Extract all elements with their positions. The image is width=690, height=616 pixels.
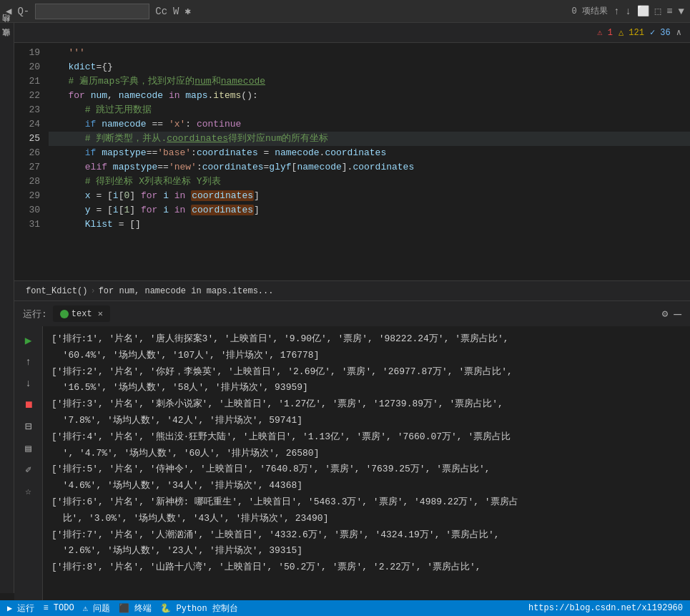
- run-up-btn[interactable]: ↑: [20, 353, 37, 371]
- line-num-23: 23: [14, 103, 40, 117]
- run-edit-btn[interactable]: ✐: [20, 461, 37, 478]
- run-play-btn[interactable]: ▶: [20, 332, 37, 349]
- run-controls: ▶ ↑ ↓ ⏹ ⊟ ▤ ✐ ☆: [14, 326, 43, 600]
- run-panel: 运行: text ✕ ⚙ — ▶ ↑ ↓ ⏹ ⊟ ▤ ✐ ☆: [14, 300, 690, 600]
- expand-warnings-btn[interactable]: ∧: [676, 27, 681, 38]
- info-count: ✓ 36: [650, 27, 671, 38]
- output-line-12: 比', '3.0%', '场均人数', '43人', '排片场次', 23490…: [51, 512, 681, 527]
- editor-and-run: ⚠ 1 △ 121 ✓ 36 ∧ 19 20 21 22 23 24 25 26…: [14, 23, 690, 600]
- output-line-14: '2.6%', '场均人数', '23人', '排片场次', 39315]: [51, 544, 681, 559]
- output-line-10: '4.6%', '场均人数', '34人', '排片场次', 44368]: [51, 479, 681, 494]
- run-tab-text[interactable]: text ✕: [53, 305, 110, 322]
- line-num-30: 30: [14, 203, 40, 217]
- nav-up-icon[interactable]: ↑: [613, 6, 619, 17]
- code-line-25: # 判断类型，并从.coordinates得到对应num的所有坐标: [49, 132, 690, 146]
- code-line-30: y = [i[1] for i in coordinates]: [49, 203, 690, 217]
- run-minimize-btn[interactable]: —: [674, 308, 681, 321]
- run-header: 运行: text ✕ ⚙ —: [14, 300, 690, 326]
- status-todo-btn[interactable]: ≡ TODO: [43, 603, 74, 613]
- run-rerun-btn[interactable]: ⊟: [20, 418, 37, 435]
- output-line-13: ['排行:7', '片名', '人潮汹涌', '上映首日', '4332.6万'…: [51, 528, 681, 543]
- status-terminal-btn[interactable]: ⬛ 终端: [119, 602, 152, 615]
- output-line-7: ['排行:4', '片名', '熊出没·狂野大陆', '上映首日', '1.13…: [51, 430, 681, 445]
- breadcrumb-func[interactable]: font_Kdict(): [26, 286, 87, 296]
- tab-python-icon: [60, 310, 69, 318]
- output-line-5: ['排行:3', '片名', '刺杀小说家', '上映首日', '1.27亿',…: [51, 397, 681, 412]
- line-num-25: 25: [14, 132, 40, 146]
- run-label: 运行:: [23, 308, 47, 321]
- code-lines[interactable]: ''' kdict={} # 遍历maps字典，找到对应的num和namecod…: [49, 43, 690, 280]
- output-line-6: '7.8%', '场均人数', '42人', '排片场次', 59741]: [51, 414, 681, 429]
- line-num-19: 19: [14, 46, 40, 60]
- status-python-console-btn[interactable]: 🐍 Python 控制台: [160, 602, 238, 615]
- run-tab-close-btn[interactable]: ✕: [98, 308, 103, 319]
- line-num-28: 28: [14, 175, 40, 189]
- run-down-btn[interactable]: ↓: [20, 375, 37, 392]
- code-line-22: for num, namecode in maps.items():: [49, 89, 690, 103]
- output-line-8: ', '4.7%', '场均人数', '60人', '排片场次', 26580]: [51, 446, 681, 461]
- line-num-21: 21: [14, 74, 40, 89]
- line-num-29: 29: [14, 189, 40, 203]
- breadcrumb-sep: ›: [90, 286, 95, 296]
- line-num-31: 31: [14, 217, 40, 232]
- results-count: 0 项结果: [572, 5, 608, 17]
- status-run-btn[interactable]: ▶ 运行: [7, 602, 34, 615]
- main-container: 结构 收藏 ⚠ 1 △ 121 ✓ 36 ∧ 19 20 21 22 23: [0, 23, 690, 600]
- status-url: https://blog.csdn.net/xl192960: [528, 603, 683, 613]
- regex-icon[interactable]: ✱: [184, 5, 190, 17]
- code-editor: ⚠ 1 △ 121 ✓ 36 ∧ 19 20 21 22 23 24 25 26…: [14, 23, 690, 280]
- line-num-24: 24: [14, 117, 40, 132]
- line-numbers: 19 20 21 22 23 24 25 26 27 28 29 30 31: [14, 43, 49, 280]
- line-num-20: 20: [14, 60, 40, 74]
- code-line-31: Klist = []: [49, 217, 690, 232]
- sort-icon[interactable]: ≡: [666, 6, 672, 17]
- code-line-26: if mapstype=='base':coordinates = nameco…: [49, 146, 690, 160]
- output-line-4: '16.5%', '场均人数', '58人', '排片场次', 93959]: [51, 381, 681, 396]
- status-problems-btn[interactable]: ⚠ 问题: [83, 602, 110, 615]
- line-num-27: 27: [14, 160, 40, 175]
- search-input[interactable]: [35, 4, 149, 19]
- output-line-11: ['排行:6', '片名', '新神榜: 哪吒重生', '上映首日', '546…: [51, 495, 681, 510]
- output-line-1: ['排行:1', '片名', '唐人街探案3', '上映首日', '9.90亿'…: [51, 332, 681, 347]
- error-count: ⚠ 1: [597, 27, 613, 38]
- run-stop-btn[interactable]: ⏹: [20, 396, 37, 414]
- left-sidebar: 结构 收藏: [0, 23, 14, 593]
- output-line-2: '60.4%', '场均人数', '107人', '排片场次', 176778]: [51, 348, 681, 363]
- breadcrumb-item[interactable]: for num, namecode in maps.items...: [99, 286, 274, 296]
- run-tab-name: text: [72, 309, 92, 319]
- code-warnings: ⚠ 1 △ 121 ✓ 36 ∧: [597, 27, 681, 38]
- run-output[interactable]: ['排行:1', '片名', '唐人街探案3', '上映首日', '9.90亿'…: [43, 326, 690, 600]
- output-line-9: ['排行:5', '片名', '侍神令', '上映首日', '7640.8万',…: [51, 462, 681, 477]
- code-line-23: # 跳过无用数据: [49, 103, 690, 117]
- case-sensitive-icon[interactable]: Cc: [155, 6, 167, 17]
- output-line-3: ['排行:2', '片名', '你好，李焕英', '上映首日', '2.69亿'…: [51, 365, 681, 380]
- run-settings-icon[interactable]: ⚙: [662, 308, 668, 320]
- code-header: ⚠ 1 △ 121 ✓ 36 ∧: [14, 23, 690, 43]
- output-line-15: ['排行:8', '片名', '山路十八湾', '上映首日', '50.2万',…: [51, 560, 681, 575]
- top-toolbar: ◀ Q- Cc W ✱ 0 项结果 ↑ ↓ ⬜ ⬚ ≡ ▼: [0, 0, 690, 23]
- code-line-21: # 遍历maps字典，找到对应的num和namecode: [49, 74, 690, 89]
- code-line-29: x = [i[0] for i in coordinates]: [49, 189, 690, 203]
- code-line-19: ''': [49, 46, 690, 60]
- code-line-28: # 得到坐标 X列表和坐标 Y列表: [49, 175, 690, 189]
- expand-icon[interactable]: ⬜: [637, 5, 649, 17]
- run-body: ▶ ↑ ↓ ⏹ ⊟ ▤ ✐ ☆ ['排行:1', '片名', '唐人街探案3',…: [14, 326, 690, 600]
- word-icon[interactable]: W: [173, 6, 179, 17]
- warning-count: △ 121: [618, 27, 644, 38]
- breadcrumb: font_Kdict() › for num, namecode in maps…: [14, 280, 690, 300]
- code-content: 19 20 21 22 23 24 25 26 27 28 29 30 31 '…: [14, 43, 690, 280]
- run-list-btn[interactable]: ▤: [20, 439, 37, 456]
- code-line-20: kdict={}: [49, 60, 690, 74]
- line-num-26: 26: [14, 146, 40, 160]
- search-icon[interactable]: Q-: [17, 6, 29, 17]
- nav-down-icon[interactable]: ↓: [625, 6, 631, 17]
- code-line-27: elif mapstype=='new':coordinates=glyf[na…: [49, 160, 690, 175]
- status-bar: ▶ 运行 ≡ TODO ⚠ 问题 ⬛ 终端 🐍 Python 控制台 https…: [0, 600, 690, 616]
- code-line-24: if namecode == 'x': continue: [49, 117, 690, 132]
- split-icon[interactable]: ⬚: [655, 5, 661, 17]
- filter-icon[interactable]: ▼: [679, 6, 684, 17]
- back-icon[interactable]: ◀: [6, 5, 11, 17]
- line-num-22: 22: [14, 89, 40, 103]
- run-star-btn[interactable]: ☆: [20, 482, 37, 499]
